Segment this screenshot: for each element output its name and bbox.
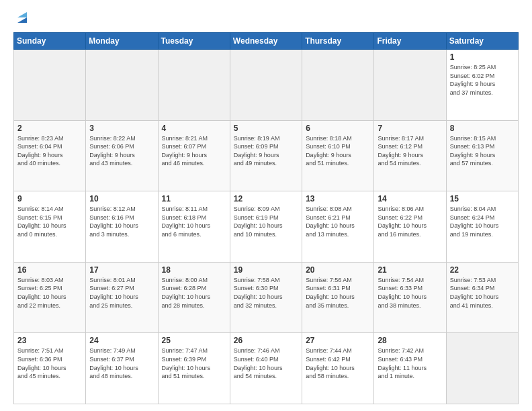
day-info: Sunrise: 8:01 AM Sunset: 6:27 PM Dayligh… xyxy=(89,276,154,310)
day-info: Sunrise: 8:17 AM Sunset: 6:12 PM Dayligh… xyxy=(378,134,442,168)
calendar-cell: 15Sunrise: 8:04 AM Sunset: 6:24 PM Dayli… xyxy=(446,191,518,263)
calendar-cell: 26Sunrise: 7:46 AM Sunset: 6:40 PM Dayli… xyxy=(230,333,302,404)
day-info: Sunrise: 7:51 AM Sunset: 6:36 PM Dayligh… xyxy=(17,347,82,380)
day-info: Sunrise: 8:08 AM Sunset: 6:21 PM Dayligh… xyxy=(306,205,370,238)
day-info: Sunrise: 7:54 AM Sunset: 6:33 PM Dayligh… xyxy=(378,276,442,310)
calendar-cell xyxy=(302,50,374,121)
calendar-cell: 13Sunrise: 8:08 AM Sunset: 6:21 PM Dayli… xyxy=(302,191,374,263)
day-number: 28 xyxy=(378,336,442,345)
day-number: 22 xyxy=(450,265,515,275)
day-info: Sunrise: 7:56 AM Sunset: 6:31 PM Dayligh… xyxy=(306,276,370,310)
day-number: 2 xyxy=(17,124,82,133)
day-info: Sunrise: 8:22 AM Sunset: 6:06 PM Dayligh… xyxy=(89,134,154,168)
calendar-cell: 5Sunrise: 8:19 AM Sunset: 6:09 PM Daylig… xyxy=(230,120,302,191)
col-header-tuesday: Tuesday xyxy=(158,33,230,50)
day-number: 14 xyxy=(378,194,442,203)
day-info: Sunrise: 8:12 AM Sunset: 6:16 PM Dayligh… xyxy=(89,205,154,238)
day-info: Sunrise: 8:25 AM Sunset: 6:02 PM Dayligh… xyxy=(450,63,515,97)
calendar-cell: 17Sunrise: 8:01 AM Sunset: 6:27 PM Dayli… xyxy=(86,262,158,333)
day-number: 11 xyxy=(162,194,226,203)
calendar-cell: 4Sunrise: 8:21 AM Sunset: 6:07 PM Daylig… xyxy=(158,120,230,191)
calendar-cell: 2Sunrise: 8:23 AM Sunset: 6:04 PM Daylig… xyxy=(14,120,86,191)
day-info: Sunrise: 8:06 AM Sunset: 6:22 PM Dayligh… xyxy=(378,205,442,238)
calendar-cell xyxy=(14,50,86,121)
day-number: 20 xyxy=(306,265,370,275)
calendar-cell: 1Sunrise: 8:25 AM Sunset: 6:02 PM Daylig… xyxy=(446,50,518,121)
day-number: 23 xyxy=(17,336,82,345)
day-info: Sunrise: 8:21 AM Sunset: 6:07 PM Dayligh… xyxy=(162,134,226,168)
calendar-cell xyxy=(158,50,230,121)
calendar-cell: 25Sunrise: 7:47 AM Sunset: 6:39 PM Dayli… xyxy=(158,333,230,404)
calendar-cell: 14Sunrise: 8:06 AM Sunset: 6:22 PM Dayli… xyxy=(374,191,446,263)
calendar-cell: 27Sunrise: 7:44 AM Sunset: 6:42 PM Dayli… xyxy=(302,333,374,404)
day-number: 24 xyxy=(89,336,154,345)
day-info: Sunrise: 7:53 AM Sunset: 6:34 PM Dayligh… xyxy=(450,276,515,310)
day-info: Sunrise: 8:14 AM Sunset: 6:15 PM Dayligh… xyxy=(17,205,82,238)
day-number: 8 xyxy=(450,124,515,133)
day-info: Sunrise: 8:11 AM Sunset: 6:18 PM Dayligh… xyxy=(162,205,226,238)
calendar-cell: 19Sunrise: 7:58 AM Sunset: 6:30 PM Dayli… xyxy=(230,262,302,333)
day-info: Sunrise: 7:46 AM Sunset: 6:40 PM Dayligh… xyxy=(234,347,298,380)
day-number: 17 xyxy=(89,265,154,275)
calendar-cell xyxy=(446,333,518,404)
svg-marker-1 xyxy=(17,12,27,17)
day-info: Sunrise: 8:18 AM Sunset: 6:10 PM Dayligh… xyxy=(306,134,370,168)
header xyxy=(13,11,519,26)
calendar-cell: 6Sunrise: 8:18 AM Sunset: 6:10 PM Daylig… xyxy=(302,120,374,191)
day-info: Sunrise: 8:19 AM Sunset: 6:09 PM Dayligh… xyxy=(234,134,298,168)
logo xyxy=(13,11,30,26)
day-info: Sunrise: 8:09 AM Sunset: 6:19 PM Dayligh… xyxy=(234,205,298,238)
col-header-wednesday: Wednesday xyxy=(230,33,302,50)
calendar-cell: 8Sunrise: 8:15 AM Sunset: 6:13 PM Daylig… xyxy=(446,120,518,191)
calendar-cell: 20Sunrise: 7:56 AM Sunset: 6:31 PM Dayli… xyxy=(302,262,374,333)
col-header-sunday: Sunday xyxy=(14,33,86,50)
day-number: 5 xyxy=(234,124,298,133)
day-number: 4 xyxy=(162,124,226,133)
day-number: 10 xyxy=(89,194,154,203)
logo-icon xyxy=(15,11,30,26)
day-info: Sunrise: 7:44 AM Sunset: 6:42 PM Dayligh… xyxy=(306,347,370,380)
calendar-cell: 23Sunrise: 7:51 AM Sunset: 6:36 PM Dayli… xyxy=(14,333,86,404)
day-info: Sunrise: 7:58 AM Sunset: 6:30 PM Dayligh… xyxy=(234,276,298,310)
day-info: Sunrise: 8:03 AM Sunset: 6:25 PM Dayligh… xyxy=(17,276,82,310)
day-info: Sunrise: 7:47 AM Sunset: 6:39 PM Dayligh… xyxy=(162,347,226,380)
calendar-cell: 11Sunrise: 8:11 AM Sunset: 6:18 PM Dayli… xyxy=(158,191,230,263)
calendar-cell: 16Sunrise: 8:03 AM Sunset: 6:25 PM Dayli… xyxy=(14,262,86,333)
calendar-cell: 12Sunrise: 8:09 AM Sunset: 6:19 PM Dayli… xyxy=(230,191,302,263)
calendar-cell: 18Sunrise: 8:00 AM Sunset: 6:28 PM Dayli… xyxy=(158,262,230,333)
day-number: 15 xyxy=(450,194,515,203)
calendar-cell: 24Sunrise: 7:49 AM Sunset: 6:37 PM Dayli… xyxy=(86,333,158,404)
calendar-cell: 3Sunrise: 8:22 AM Sunset: 6:06 PM Daylig… xyxy=(86,120,158,191)
day-info: Sunrise: 7:49 AM Sunset: 6:37 PM Dayligh… xyxy=(89,347,154,380)
day-number: 7 xyxy=(378,124,442,133)
day-info: Sunrise: 8:23 AM Sunset: 6:04 PM Dayligh… xyxy=(17,134,82,168)
day-number: 6 xyxy=(306,124,370,133)
day-number: 21 xyxy=(378,265,442,275)
col-header-monday: Monday xyxy=(86,33,158,50)
day-number: 26 xyxy=(234,336,298,345)
calendar-cell: 10Sunrise: 8:12 AM Sunset: 6:16 PM Dayli… xyxy=(86,191,158,263)
day-number: 13 xyxy=(306,194,370,203)
page: SundayMondayTuesdayWednesdayThursdayFrid… xyxy=(0,0,532,411)
day-info: Sunrise: 7:42 AM Sunset: 6:43 PM Dayligh… xyxy=(378,347,442,380)
day-number: 16 xyxy=(17,265,82,275)
col-header-saturday: Saturday xyxy=(446,33,518,50)
day-number: 9 xyxy=(17,194,82,203)
calendar-cell: 22Sunrise: 7:53 AM Sunset: 6:34 PM Dayli… xyxy=(446,262,518,333)
col-header-thursday: Thursday xyxy=(302,33,374,50)
day-number: 19 xyxy=(234,265,298,275)
day-number: 3 xyxy=(89,124,154,133)
day-number: 27 xyxy=(306,336,370,345)
calendar-cell: 9Sunrise: 8:14 AM Sunset: 6:15 PM Daylig… xyxy=(14,191,86,263)
calendar-cell: 28Sunrise: 7:42 AM Sunset: 6:43 PM Dayli… xyxy=(374,333,446,404)
calendar-cell xyxy=(86,50,158,121)
calendar-cell: 7Sunrise: 8:17 AM Sunset: 6:12 PM Daylig… xyxy=(374,120,446,191)
day-info: Sunrise: 8:15 AM Sunset: 6:13 PM Dayligh… xyxy=(450,134,515,168)
calendar-cell xyxy=(374,50,446,121)
day-number: 25 xyxy=(162,336,226,345)
day-number: 18 xyxy=(162,265,226,275)
day-info: Sunrise: 8:04 AM Sunset: 6:24 PM Dayligh… xyxy=(450,205,515,238)
col-header-friday: Friday xyxy=(374,33,446,50)
day-number: 1 xyxy=(450,52,515,62)
calendar-cell: 21Sunrise: 7:54 AM Sunset: 6:33 PM Dayli… xyxy=(374,262,446,333)
